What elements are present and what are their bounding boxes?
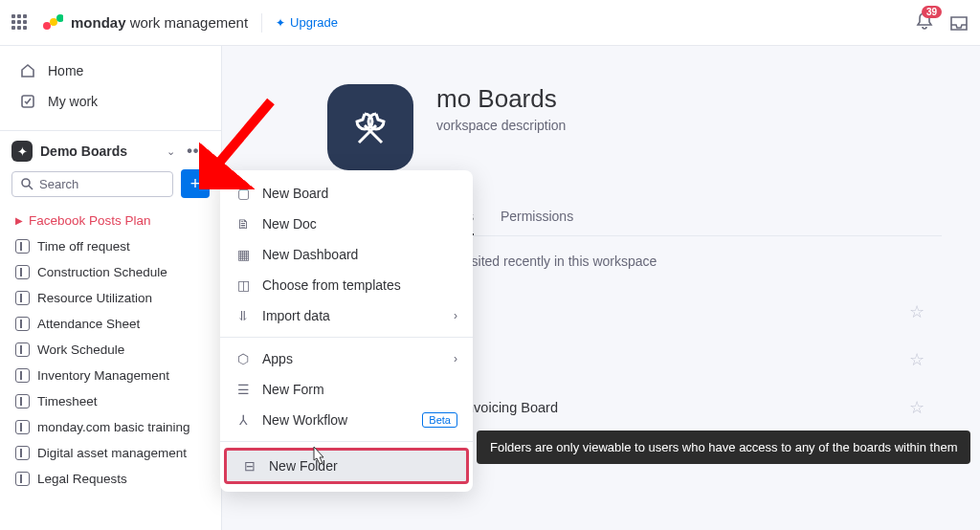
topbar: monday work management ✦Upgrade 39 [0, 0, 980, 46]
dd-new-form[interactable]: ☰New Form [220, 374, 473, 405]
import-icon: ⥥ [235, 308, 251, 323]
svg-point-0 [43, 22, 51, 30]
board-icon [15, 317, 30, 331]
mywork-icon [19, 93, 36, 110]
list-item-label: Work Schedule [37, 342, 124, 357]
annotation-arrow [199, 94, 285, 189]
sidebar-item[interactable]: Construction Schedule [8, 259, 213, 285]
dd-label: New Doc [262, 216, 317, 232]
nav-mywork-label: My work [48, 94, 98, 109]
sidebar-item[interactable]: Work Schedule [8, 337, 213, 363]
recent-board-label: Invoicing Board [462, 400, 558, 415]
list-item-label: Facebook Posts Plan [29, 213, 151, 228]
list-item-label: Timesheet [37, 394, 98, 409]
dashboard-icon: ▦ [235, 247, 251, 262]
sidebar-item[interactable]: Time off request [8, 233, 213, 259]
star-icon[interactable]: ☆ [909, 301, 924, 322]
upgrade-link[interactable]: ✦Upgrade [276, 15, 338, 30]
sidebar-item[interactable]: Resource Utilization [8, 285, 213, 311]
brand-light: work management [130, 14, 248, 31]
recent-row[interactable]: ☆ [436, 288, 942, 336]
search-input[interactable]: Search [11, 171, 173, 197]
dd-import-data[interactable]: ⥥Import data› [220, 300, 473, 331]
dd-label: New Workflow [262, 412, 347, 428]
brand-bold: monday [71, 14, 126, 31]
separator [220, 441, 473, 442]
upgrade-label: Upgrade [290, 15, 338, 30]
sparkle-icon: ✦ [276, 16, 285, 30]
dd-new-doc[interactable]: 🗎New Doc [220, 209, 473, 239]
svg-point-1 [50, 18, 57, 26]
inbox-icon[interactable] [949, 13, 969, 33]
tooltip: Folders are only viewable to users who h… [477, 431, 970, 464]
board-icon [15, 472, 30, 486]
folder-icon: ⊟ [242, 458, 257, 474]
sidebar-item[interactable]: Digital asset management [8, 440, 213, 466]
sidebar-item[interactable]: Legal Requests [8, 466, 213, 492]
apps-grid-icon[interactable] [11, 14, 29, 32]
separator [220, 337, 473, 338]
sidebar-item[interactable]: Timesheet [8, 388, 213, 414]
form-icon: ☰ [235, 382, 251, 397]
list-item-label: Attendance Sheet [37, 317, 140, 331]
sidebar-item[interactable]: Attendance Sheet [8, 311, 213, 337]
beta-badge: Beta [422, 412, 457, 428]
recent-row[interactable]: ☆ [436, 336, 942, 384]
sidebar-item-facebook-posts[interactable]: ▶Facebook Posts Plan [8, 208, 213, 233]
chevron-right-icon: › [454, 309, 457, 322]
sidebar: Home My work ✦ Demo Boards ⌄ ••• Search … [0, 46, 222, 530]
board-icon [15, 291, 30, 305]
workspace-header[interactable]: ✦ Demo Boards ⌄ ••• [0, 130, 221, 169]
svg-line-6 [209, 101, 271, 175]
recent-row[interactable]: Invoicing Board ☆ [436, 384, 942, 431]
dd-label: Choose from templates [262, 277, 401, 293]
list-item-label: Legal Requests [37, 472, 127, 486]
svg-point-2 [56, 14, 63, 22]
tab-permissions[interactable]: Permissions [501, 209, 573, 235]
dd-new-folder[interactable]: ⊟New Folder [224, 448, 469, 484]
notifications-button[interactable]: 39 [915, 11, 934, 34]
monday-logo-icon [42, 12, 63, 33]
nav-mywork[interactable]: My work [10, 86, 212, 117]
board-icon [15, 368, 30, 383]
notification-badge: 39 [922, 6, 942, 18]
home-icon [19, 62, 36, 79]
star-icon[interactable]: ☆ [909, 349, 924, 370]
workspace-name: Demo Boards [40, 144, 159, 159]
workspace-avatar [327, 84, 413, 170]
doc-icon: 🗎 [235, 216, 251, 232]
dd-apps[interactable]: ⬡Apps› [220, 343, 473, 374]
list-item-label: Digital asset management [37, 446, 187, 460]
board-icon [15, 446, 30, 460]
sidebar-item[interactable]: monday.com basic training [8, 414, 213, 440]
caret-icon: ▶ [15, 215, 23, 226]
add-dropdown: ▢New Board 🗎New Doc ▦New Dashboard ◫Choo… [220, 170, 473, 492]
dd-new-dashboard[interactable]: ▦New Dashboard [220, 239, 473, 270]
dd-new-workflow[interactable]: ⅄New WorkflowBeta [220, 405, 473, 435]
dd-choose-templates[interactable]: ◫Choose from templates [220, 270, 473, 300]
nav-home[interactable]: Home [10, 55, 212, 86]
board-list: ▶Facebook Posts Plan Time off request Co… [0, 206, 221, 494]
board-icon [15, 394, 30, 409]
board-icon [15, 239, 30, 254]
star-icon[interactable]: ☆ [909, 397, 924, 418]
cursor-pointer-icon [308, 445, 329, 470]
apps-icon: ⬡ [235, 351, 251, 366]
dd-label: Apps [262, 351, 293, 366]
list-item-label: Inventory Management [37, 368, 169, 383]
board-icon [15, 342, 30, 357]
list-item-label: Time off request [37, 239, 130, 254]
board-icon [15, 265, 30, 279]
workspace-description[interactable]: vorkspace description [436, 118, 566, 133]
dd-label: Import data [262, 308, 330, 323]
board-icon [15, 420, 30, 434]
list-item-label: monday.com basic training [37, 420, 190, 434]
list-item-label: Resource Utilization [37, 291, 152, 305]
search-placeholder: Search [39, 177, 78, 191]
dd-label: New Dashboard [262, 247, 358, 262]
product-logo[interactable]: monday work management [42, 12, 248, 33]
sidebar-item[interactable]: Inventory Management [8, 363, 213, 388]
nav-home-label: Home [48, 63, 83, 78]
chevron-down-icon[interactable]: ⌄ [167, 145, 175, 158]
search-icon [20, 177, 33, 190]
